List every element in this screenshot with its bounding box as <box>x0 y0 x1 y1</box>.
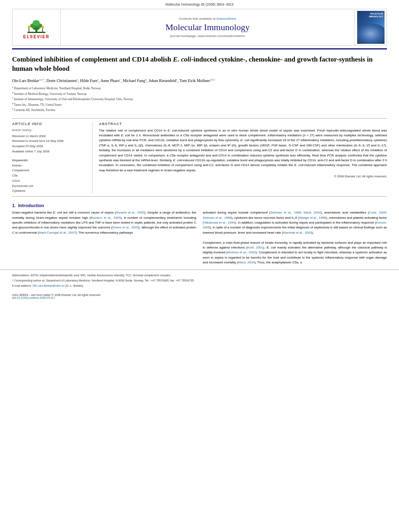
sciencedirect-line: Contents lists available at ScienceDirec… <box>179 17 236 21</box>
svg-rect-5 <box>29 28 29 32</box>
issn-text: 0161-5890/$ – see front matter © 2008 El… <box>12 294 101 299</box>
svg-rect-7 <box>42 28 43 32</box>
keyword-complement: Complement <box>12 168 86 173</box>
section-divider-1 <box>12 118 387 119</box>
corresponding-label: * Corresponding author at: <box>12 279 45 282</box>
ref-deans[interactable]: Deans et al., 2005 <box>112 226 138 229</box>
ref-marshall[interactable]: Marshall et al., 2003 <box>283 231 312 234</box>
abstract-header: ABSTRACT <box>99 122 387 126</box>
copyright-line: © 2008 Elsevier Ltd. All rights reserved… <box>99 175 387 178</box>
received-date: Received 11 March 2008 <box>12 134 86 139</box>
history-label: Article history: <box>12 128 86 132</box>
intro-left-col: Gram-negative bacteria like E. coli are … <box>12 210 196 265</box>
affiliations: a Department of Laboratory Medicine, Nor… <box>12 85 387 113</box>
journal-homepage: journal homepage: www.elsevier.com/locat… <box>170 34 245 38</box>
elsevier-label: ELSEVIER <box>23 35 49 39</box>
corresponding-text: Department of Laboratory Medicine, Nordl… <box>46 279 194 282</box>
keyword-human: Human <box>12 163 86 168</box>
keywords-section: Keywords: Human Complement C5a CD14 Esch… <box>12 158 86 194</box>
email-note: E-mail address: Ole.Lars.Brekke@nlsh.no … <box>12 283 387 288</box>
citation-text: Molecular Immunology 45 (2008) 3804–3813 <box>165 2 233 6</box>
journal-header: ELSEVIER Contents lists available at Sci… <box>12 9 387 46</box>
ref-ward2004[interactable]: Ward, 2004 <box>304 211 321 214</box>
ref-waage[interactable]: Waage et al., 1986 <box>299 216 326 220</box>
intro-heading-section: 1. Introduction <box>0 199 399 208</box>
abbrev-text: EDTA, ethylenediaminetetraacetic acid; M… <box>31 274 171 277</box>
ref-takakuwa[interactable]: Takakuwa et al., 1994 <box>204 221 235 224</box>
svg-rect-9 <box>27 32 45 33</box>
email-person: (O.-L. Brekke). <box>65 284 84 287</box>
elsevier-tree-icon <box>25 16 47 34</box>
svg-point-4 <box>33 20 40 26</box>
online-label: Available online 7 July 2008 <box>12 149 49 154</box>
journal-cover-area: MOLECULARIMMUNOLOGY <box>354 9 387 45</box>
bottom-bar: 0161-5890/$ – see front matter © 2008 El… <box>0 292 399 301</box>
abstract-text: The relative role of complement and CD14… <box>99 128 387 173</box>
revised-label: Received in revised form 24 May 2008 <box>12 139 64 144</box>
keyword-c5a: C5a <box>12 173 86 179</box>
ref-slotman86[interactable]: Slotman et al., 1986 <box>270 211 301 214</box>
article-header: Combined inhibition of complement and CD… <box>0 52 399 116</box>
cover-title: MOLECULARIMMUNOLOGY <box>369 12 383 18</box>
ref-slotman86b[interactable]: Slotman et al., 1986 <box>203 216 231 220</box>
ref-cook[interactable]: Cook, 2005 <box>369 211 386 214</box>
intro-body: Gram-negative bacteria like E. coli are … <box>0 210 399 265</box>
revised-date: Received in revised form 24 May 2008 <box>12 139 86 144</box>
intro-right-col: activated during sepsis include compleme… <box>203 210 387 265</box>
page-footer: Abbreviations: EDTA, ethylenediaminetetr… <box>0 269 399 291</box>
journal-title-area: Contents lists available at ScienceDirec… <box>61 9 354 45</box>
elsevier-logo: ELSEVIER <box>23 16 49 39</box>
abbreviations: Abbreviations: EDTA, ethylenediaminetetr… <box>12 273 387 277</box>
journal-citation: Molecular Immunology 45 (2008) 3804–3813 <box>0 0 399 7</box>
keyword-cd14: CD14 <box>12 179 86 184</box>
corresponding-author: * Corresponding author at: Department of… <box>12 278 387 283</box>
keywords-label: Keywords: <box>12 158 86 162</box>
elsevier-logo-area: ELSEVIER <box>12 9 61 45</box>
journal-cover-image: MOLECULARIMMUNOLOGY <box>357 11 385 44</box>
issn-label: 0161-5890/$ – see front matter © 2008 El… <box>12 294 101 296</box>
received-label: Received 11 March 2008 <box>12 134 56 139</box>
accepted-date: Accepted 25 May 2008 <box>12 144 86 149</box>
online-date: Available online 7 July 2008 <box>12 149 86 154</box>
article-title: Combined inhibition of complement and CD… <box>12 55 387 74</box>
journal-title: Molecular Immunology <box>165 22 250 33</box>
cover-image-placeholder <box>357 24 385 44</box>
article-info-header: ARTICLE INFO <box>12 122 86 126</box>
accepted-label: Accepted 25 May 2008 <box>12 144 43 149</box>
info-abstract-section: ARTICLE INFO Article history: Received 1… <box>0 122 399 194</box>
ref-bizzarro[interactable]: Bizzarro et al., 2005 <box>90 216 121 220</box>
svg-point-6 <box>28 26 30 28</box>
ref-kohl[interactable]: Kohl, 2001 <box>247 246 263 249</box>
intro-right-text: activated during sepsis include compleme… <box>203 210 387 265</box>
ref-mollnes[interactable]: Mollnes et al., 2002 <box>228 251 256 254</box>
ref-marti[interactable]: Marti-Carvajal et al., 2007 <box>39 231 76 234</box>
email-link[interactable]: Ole.Lars.Brekke@nlsh.no <box>33 284 65 287</box>
intro-left-text: Gram-negative bacteria like E. coli are … <box>12 210 196 235</box>
header-divider <box>12 48 387 49</box>
doi-text[interactable]: doi:10.1016/j.molimm.2008.05.017 <box>12 296 55 299</box>
ref-ward2004b[interactable]: Ward, 2004 <box>238 261 255 264</box>
keyword-ecoli: Escherichia coli <box>12 184 86 189</box>
ref-annane[interactable]: Annane et al., 2005 <box>116 211 144 214</box>
intro-title: 1. Introduction <box>12 203 387 208</box>
section-divider-2 <box>12 196 387 197</box>
article-info-column: ARTICLE INFO Article history: Received 1… <box>12 122 93 194</box>
svg-point-8 <box>41 26 44 28</box>
authors-line: Ole-Lars Brekkea,b,*, Dorte Christiansen… <box>12 78 387 84</box>
abbrev-label: Abbreviations: <box>12 274 30 277</box>
keyword-cytokines: Cytokines <box>12 189 86 194</box>
email-label: E-mail address: <box>12 284 32 287</box>
abstract-column: ABSTRACT The relative role of complement… <box>93 122 387 194</box>
sciencedirect-link[interactable]: ScienceDirect <box>216 17 236 21</box>
